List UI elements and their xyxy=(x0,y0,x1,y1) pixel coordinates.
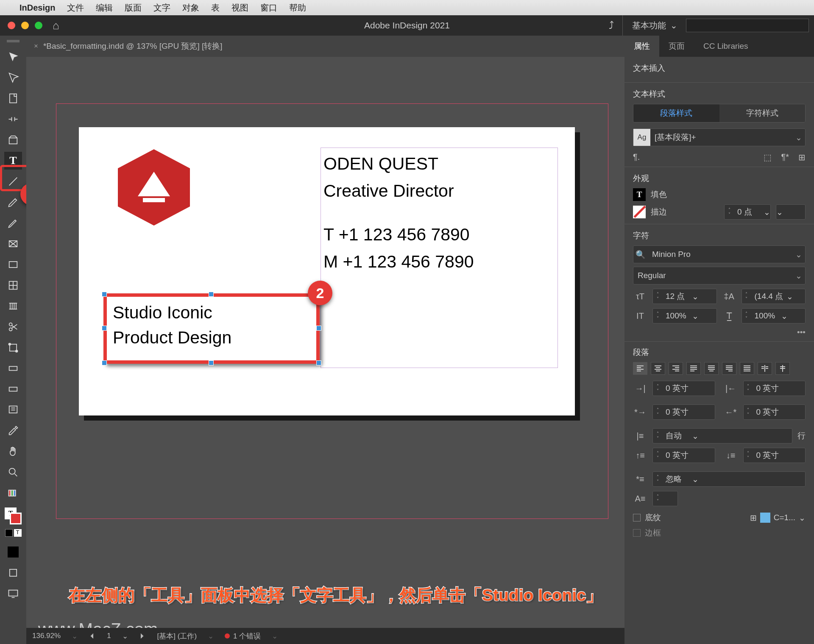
align-toward-spine-button[interactable] xyxy=(775,362,790,375)
artboard[interactable]: ODEN QUEST Creative Director T +1 123 45… xyxy=(79,127,575,415)
menu-file[interactable]: 文件 xyxy=(67,2,84,14)
selection-handle[interactable] xyxy=(102,326,107,331)
stroke-proxy-icon[interactable] xyxy=(633,206,646,218)
selection-handle[interactable] xyxy=(316,326,321,331)
selection-handle[interactable] xyxy=(102,292,107,297)
shading-color-combo[interactable]: ⊞C=1...⌄ xyxy=(750,513,806,523)
font-size-input[interactable]: ˄˅12 点⌄ xyxy=(652,289,717,304)
free-transform-tool[interactable] xyxy=(4,339,22,357)
selection-tool[interactable] xyxy=(4,48,22,66)
rectangle-frame-tool[interactable] xyxy=(4,235,22,253)
tab-close-icon[interactable]: × xyxy=(34,42,38,50)
menu-edit[interactable]: 编辑 xyxy=(96,2,113,14)
screen-mode[interactable] xyxy=(4,585,22,602)
selection-handle[interactable] xyxy=(316,360,321,365)
more-options-icon[interactable]: ••• xyxy=(633,328,806,337)
clear-override-icon[interactable]: ¶* xyxy=(781,152,789,162)
page-tool[interactable] xyxy=(4,89,22,107)
logo-hexagon[interactable] xyxy=(118,149,190,226)
justify-all-button[interactable] xyxy=(740,362,754,375)
tab-pages[interactable]: 页面 xyxy=(659,36,694,57)
menu-object[interactable]: 对象 xyxy=(182,2,199,14)
selection-handle[interactable] xyxy=(102,360,107,365)
pen-tool[interactable] xyxy=(4,193,22,211)
align-left-button[interactable] xyxy=(633,362,647,375)
note-tool[interactable] xyxy=(4,401,22,419)
minimize-button[interactable] xyxy=(21,22,29,29)
indent-left-input[interactable]: ˄˅0 英寸 xyxy=(652,381,715,396)
menu-view[interactable]: 视图 xyxy=(231,2,248,14)
grid-align-input[interactable]: ˄˅ xyxy=(652,491,678,506)
tab-properties[interactable]: 属性 xyxy=(624,36,659,57)
character-style-tab[interactable]: 字符样式 xyxy=(719,104,806,122)
space-before-input[interactable]: ˄˅0 英寸 xyxy=(652,448,715,463)
workspace-switcher[interactable]: 基本功能⌄ xyxy=(622,15,677,36)
align-away-spine-button[interactable] xyxy=(758,362,772,375)
rectangle-tool[interactable] xyxy=(4,256,22,273)
color-theme-tool[interactable] xyxy=(4,484,22,502)
stroke-weight-input[interactable]: ˄˅0 点⌄ xyxy=(724,204,771,220)
font-weight-combo[interactable]: Regular ⌄ xyxy=(633,267,806,284)
vscale-input[interactable]: ˄˅100%⌄ xyxy=(652,308,717,323)
document-tab[interactable]: *Basic_formatting.indd @ 137% [GPU 预览] [… xyxy=(43,41,223,52)
hscale-input[interactable]: ˄˅100%⌄ xyxy=(742,308,806,323)
menu-type[interactable]: 文字 xyxy=(153,2,170,14)
zoom-button[interactable] xyxy=(35,22,42,29)
pencil-tool[interactable] xyxy=(4,214,22,232)
align-center-button[interactable] xyxy=(651,362,665,375)
paragraph-style-combo[interactable]: Ag [基本段落]+ ⌄ xyxy=(633,128,806,146)
preflight-status[interactable]: 1 个错误 xyxy=(225,631,261,641)
justify-left-button[interactable] xyxy=(686,362,701,375)
justify-right-button[interactable] xyxy=(722,362,736,375)
measure-tool[interactable] xyxy=(4,297,22,315)
shading-checkbox[interactable]: 底纹 xyxy=(633,512,661,523)
page-number[interactable]: 1 xyxy=(107,632,111,640)
hand-tool[interactable] xyxy=(4,443,22,460)
align-right-button[interactable] xyxy=(669,362,683,375)
menu-table[interactable]: 表 xyxy=(211,2,220,14)
paragraph-style-tab[interactable]: 段落样式 xyxy=(633,104,719,122)
eyedropper-tool[interactable] xyxy=(4,422,22,440)
color-mode-row[interactable]: T xyxy=(5,529,22,537)
border-checkbox[interactable]: 边框 xyxy=(633,527,661,538)
menu-window[interactable]: 窗口 xyxy=(260,2,277,14)
fill-proxy-icon[interactable]: T xyxy=(633,188,646,201)
line-space-combo[interactable]: ˄˅自动⌄ xyxy=(652,428,792,443)
view-mode[interactable] xyxy=(4,564,22,582)
selection-handle[interactable] xyxy=(209,360,214,365)
gradient-swatch-tool[interactable] xyxy=(4,360,22,377)
menu-layout[interactable]: 版面 xyxy=(125,2,142,14)
panel-grip[interactable] xyxy=(7,40,20,42)
pilcrow-icon[interactable]: ¶. xyxy=(633,152,640,162)
zoom-tool[interactable] xyxy=(4,463,22,481)
gradient-feather-tool[interactable] xyxy=(4,380,22,398)
menu-help[interactable]: 帮助 xyxy=(289,2,306,14)
doc-intent[interactable]: [基本] (工作) xyxy=(157,631,197,641)
search-input[interactable] xyxy=(686,19,809,32)
text-frame-right[interactable]: ODEN QUEST Creative Director T +1 123 45… xyxy=(321,148,558,368)
home-icon[interactable]: ⌂ xyxy=(53,19,59,32)
gap-tool[interactable] xyxy=(4,110,22,128)
new-style-icon[interactable]: ⬚ xyxy=(764,152,772,162)
stroke-style-combo[interactable]: ⌄ xyxy=(776,204,806,220)
space-after-input[interactable]: ˄˅0 英寸 xyxy=(743,448,806,463)
dropcap-combo[interactable]: ˄˅忽略⌄ xyxy=(652,471,806,487)
font-family-combo[interactable]: 🔍 Minion Pro ⌄ xyxy=(633,245,806,263)
style-options-icon[interactable]: ⊞ xyxy=(798,152,806,162)
leading-input[interactable]: ˄˅(14.4 点⌄ xyxy=(742,289,806,304)
share-icon[interactable]: ⤴ xyxy=(609,20,614,31)
direct-selection-tool[interactable] xyxy=(4,69,22,86)
scissors-tool[interactable] xyxy=(4,318,22,336)
fill-stroke-proxy[interactable]: T xyxy=(5,507,22,524)
zoom-level[interactable]: 136.92% xyxy=(32,632,61,640)
grid-tool[interactable] xyxy=(4,276,22,294)
selection-handle[interactable] xyxy=(209,292,214,297)
close-button[interactable] xyxy=(8,22,15,29)
app-name[interactable]: InDesign xyxy=(20,3,55,13)
indent-right-input[interactable]: ˄˅0 英寸 xyxy=(743,381,806,396)
first-indent-input[interactable]: ˄˅0 英寸 xyxy=(652,404,715,420)
last-indent-input[interactable]: ˄˅0 英寸 xyxy=(743,404,806,420)
content-collector-tool[interactable] xyxy=(4,131,22,149)
tab-cc-libraries[interactable]: CC Libraries xyxy=(694,36,758,57)
justify-center-button[interactable] xyxy=(704,362,719,375)
